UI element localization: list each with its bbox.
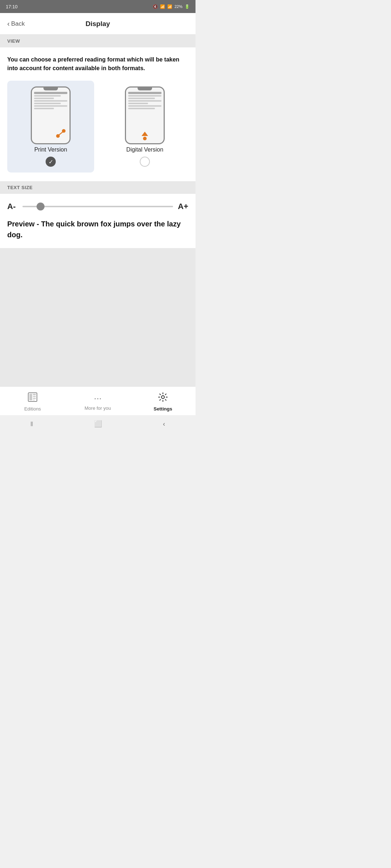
battery-icon: 🔋 [185,4,190,9]
recent-apps-button[interactable]: ⦀ [30,420,33,428]
print-version-card[interactable]: Print Version ✓ [7,81,94,173]
mute-icon: 🔇 [153,4,158,9]
print-radio[interactable]: ✓ [46,157,56,167]
digital-radio[interactable] [140,157,150,167]
editions-label: Editions [24,406,41,412]
signal-icon: 📶 [167,4,172,9]
view-description: You can choose a preferred reading forma… [7,55,188,73]
settings-icon [158,392,168,405]
status-icons: 🔇 📶 📶 22% 🔋 [153,4,190,9]
nav-header: ‹ Back Display [0,13,196,35]
text-size-slider[interactable] [22,206,173,207]
system-nav-bar: ⦀ ⬜ ‹ [0,415,196,434]
wifi-icon: 📶 [160,4,165,9]
print-version-label: Print Version [34,146,67,153]
view-content: You can choose a preferred reading forma… [0,47,196,181]
phone-notch [43,88,58,90]
empty-content-area [0,248,196,386]
back-system-button[interactable]: ‹ [163,420,165,428]
digital-phone-mockup [125,86,165,144]
text-size-plus-label: A+ [177,202,188,211]
digital-phone-notch [138,88,152,90]
bottom-nav: Editions ··· More for you Settings [0,386,196,415]
svg-marker-5 [142,132,148,136]
more-icon: ··· [94,393,102,404]
home-button[interactable]: ⬜ [94,420,102,428]
svg-rect-9 [33,394,36,395]
digital-version-card[interactable]: Digital Version [101,81,188,173]
svg-point-6 [143,137,147,140]
nav-item-more[interactable]: ··· More for you [65,393,130,411]
format-options: Print Version ✓ [7,81,188,173]
print-phone-mockup [31,86,71,144]
settings-label: Settings [154,406,172,412]
status-bar: 17:10 🔇 📶 📶 22% 🔋 [0,0,196,13]
scroll-up-icon [141,131,149,140]
preview-text: Preview - The quick brown fox jumps over… [7,218,188,240]
view-section-header: VIEW [0,35,196,47]
battery-text: 22% [175,4,182,9]
nav-item-editions[interactable]: Editions [0,392,65,412]
svg-rect-12 [33,400,35,400]
svg-rect-11 [33,398,36,399]
text-size-minus-label: A- [7,202,18,211]
slider-row: A- A+ [7,202,188,211]
back-button[interactable]: ‹ Back [7,20,25,28]
digital-phone-screen [126,90,164,143]
print-phone-screen [32,90,70,143]
nav-item-settings[interactable]: Settings [130,392,196,412]
digital-version-label: Digital Version [126,146,163,153]
svg-rect-10 [33,396,36,397]
svg-line-2 [59,132,63,135]
more-label: More for you [85,405,111,411]
page-title: Display [85,20,110,28]
back-chevron-icon: ‹ [7,20,10,28]
text-size-content: A- A+ Preview - The quick brown fox jump… [0,194,196,248]
svg-point-13 [161,396,164,399]
back-label: Back [11,20,25,27]
svg-rect-8 [29,394,32,400]
expand-icon [55,128,67,140]
text-size-section-header: TEXT SIZE [0,181,196,194]
status-time: 17:10 [6,4,18,9]
editions-icon [28,392,38,405]
